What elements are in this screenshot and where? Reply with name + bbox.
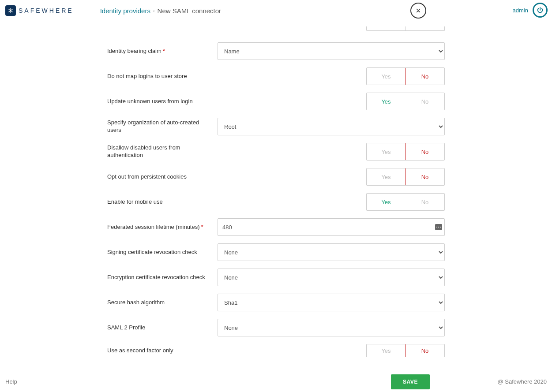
label-disallow-disabled: Disallow disabled users from authenticat… [107, 144, 218, 159]
toggle-no[interactable]: No [406, 93, 444, 110]
label-session-lifetime: Federated session lifetime (minutes)* [107, 224, 218, 231]
label-identity-bearing-claim: Identity bearing claim* [107, 48, 218, 55]
toggle-no[interactable]: No [405, 168, 445, 186]
brand-logo[interactable]: SAFEWHERE [5, 5, 74, 16]
label-do-not-map-logins: Do not map logins to user store [107, 73, 218, 80]
close-button[interactable] [410, 3, 426, 19]
toggle-second-factor[interactable]: Yes No [366, 344, 445, 357]
select-identity-bearing-claim[interactable]: Name [218, 42, 445, 60]
brand-text: SAFEWHERE [19, 7, 74, 14]
label-signing-cert-check: Signing certificate revocation check [107, 249, 218, 256]
breadcrumb: Identity providers › New SAML connector [100, 7, 221, 15]
toggle-no[interactable]: No [405, 67, 445, 85]
toggle-no[interactable]: No [405, 344, 445, 357]
toggle-enable-mobile[interactable]: Yes No [366, 193, 445, 211]
select-specify-org[interactable]: Root [218, 118, 445, 135]
label-opt-out-cookies: Opt out from persistent cookies [107, 173, 218, 181]
user-link[interactable]: admin [513, 7, 528, 14]
toggle-yes[interactable]: Yes [366, 93, 406, 110]
help-link[interactable]: Help [5, 378, 17, 385]
partial-toggle-top [366, 26, 445, 31]
snowflake-icon [5, 5, 16, 16]
toggle-disallow-disabled[interactable]: Yes No [366, 143, 445, 161]
toggle-yes[interactable]: Yes [366, 193, 406, 211]
toggle-no[interactable]: No [406, 194, 444, 210]
label-specify-org: Specify organization of auto-created use… [107, 119, 218, 134]
toggle-no[interactable]: No [405, 143, 445, 161]
label-update-unknown-users: Update unknown users from login [107, 98, 218, 105]
toggle-yes[interactable]: Yes [367, 344, 406, 357]
label-saml2-profile: SAML 2 Profile [107, 324, 218, 332]
select-saml2-profile[interactable]: None [218, 319, 445, 336]
logout-button[interactable] [533, 3, 548, 18]
label-second-factor: Use as second factor only [107, 347, 218, 355]
chevron-right-icon: › [153, 8, 155, 13]
toggle-yes[interactable]: Yes [367, 168, 406, 185]
ellipsis-button[interactable] [435, 224, 442, 230]
toggle-yes[interactable]: Yes [367, 68, 406, 85]
toggle-update-unknown-users[interactable]: Yes No [366, 93, 445, 110]
form-scroll-area[interactable]: Identity bearing claim* Name Do not map … [0, 26, 552, 371]
select-signing-cert-check[interactable]: None [218, 243, 445, 261]
label-enable-mobile: Enable for mobile use [107, 198, 218, 206]
toggle-opt-out-cookies[interactable]: Yes No [366, 168, 445, 186]
power-icon [537, 7, 544, 14]
toggle-do-not-map-logins[interactable]: Yes No [366, 67, 445, 85]
breadcrumb-link-identity-providers[interactable]: Identity providers [100, 7, 150, 15]
input-session-lifetime[interactable] [218, 218, 445, 236]
copyright-text: @ Safewhere 2020 [498, 378, 547, 385]
close-icon [415, 7, 421, 14]
save-button[interactable]: SAVE [391, 374, 430, 389]
label-encryption-cert-check: Encryption certificate revocation check [107, 274, 218, 281]
select-encryption-cert-check[interactable]: None [218, 269, 445, 286]
label-hash-algo: Secure hash algorithm [107, 299, 218, 306]
toggle-yes[interactable]: Yes [367, 143, 406, 160]
breadcrumb-current: New SAML connector [158, 7, 222, 15]
select-hash-algo[interactable]: Sha1 [218, 294, 445, 311]
